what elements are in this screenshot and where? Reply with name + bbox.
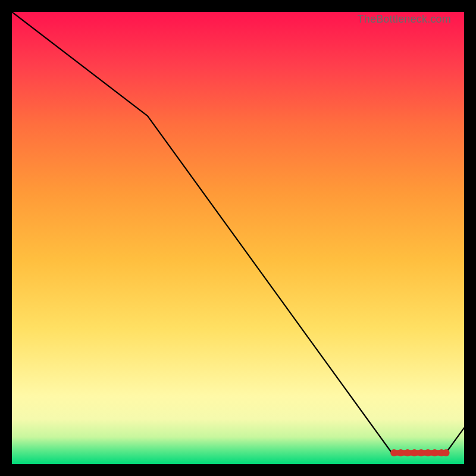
chart-frame: TheBottleneck.com xyxy=(12,12,464,464)
attribution-text: TheBottleneck.com xyxy=(358,13,451,26)
chart-background xyxy=(12,12,464,464)
chart-plot xyxy=(12,12,464,464)
